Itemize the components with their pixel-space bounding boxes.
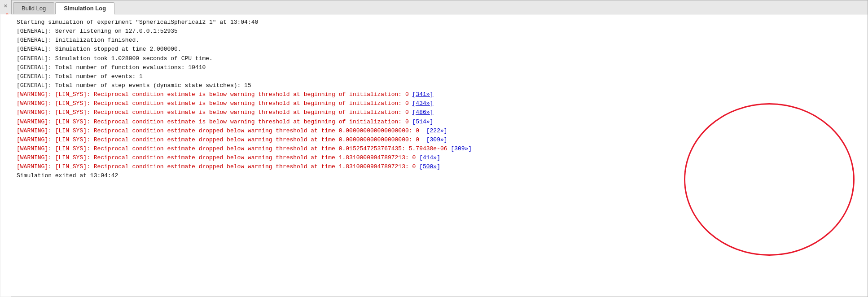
warning-link[interactable]: [309»]	[426, 136, 447, 143]
log-line: [GENERAL]: Simulation stopped at time 2.…	[17, 45, 863, 54]
log-line: [GENERAL]: Initialization finished.	[17, 36, 863, 45]
log-line: [WARNING]: [LIN_SYS]: Reciprocal conditi…	[17, 90, 863, 99]
log-line: Starting simulation of experiment "Spher…	[17, 18, 863, 27]
close-icon[interactable]: ✕	[2, 2, 10, 10]
log-line: [WARNING]: [LIN_SYS]: Reciprocal conditi…	[17, 108, 863, 117]
log-content[interactable]: Starting simulation of experiment "Spher…	[0, 14, 868, 297]
log-line: [GENERAL]: Total number of step events (…	[17, 81, 863, 90]
log-line: [GENERAL]: Total number of events: 1	[17, 72, 863, 81]
log-line: [WARNING]: [LIN_SYS]: Reciprocal conditi…	[17, 162, 863, 171]
warning-link[interactable]: [222»]	[426, 127, 447, 134]
log-line: [GENERAL]: Server listening on 127.0.0.1…	[17, 27, 863, 36]
log-line: [GENERAL]: Simulation took 1.028000 seco…	[17, 54, 863, 63]
log-line: [WARNING]: [LIN_SYS]: Reciprocal conditi…	[17, 118, 863, 127]
warning-link[interactable]: [486»]	[412, 109, 434, 116]
log-line: [WARNING]: [LIN_SYS]: Reciprocal conditi…	[17, 99, 863, 108]
log-line: [WARNING]: [LIN_SYS]: Reciprocal conditi…	[17, 135, 863, 144]
log-line: [WARNING]: [LIN_SYS]: Reciprocal conditi…	[17, 153, 863, 162]
tab-build-log[interactable]: Build Log	[13, 2, 54, 14]
warning-link[interactable]: [434»]	[412, 100, 434, 107]
tab-simulation-log[interactable]: Simulation Log	[55, 2, 114, 14]
tab-bar: Build Log Simulation Log	[0, 0, 868, 14]
log-line: [WARNING]: [LIN_SYS]: Reciprocal conditi…	[17, 127, 863, 135]
log-line: [GENERAL]: Total number of function eval…	[17, 63, 863, 72]
warning-link[interactable]: [514»]	[412, 118, 434, 125]
log-line: [WARNING]: [LIN_SYS]: Reciprocal conditi…	[17, 144, 863, 153]
warning-link[interactable]: [341»]	[412, 91, 434, 98]
warning-link[interactable]: [500»]	[419, 163, 440, 170]
warning-link[interactable]: [309»]	[451, 145, 472, 152]
warning-link[interactable]: [414»]	[419, 154, 440, 161]
log-line: Simulation exited at 13:04:42	[17, 171, 863, 180]
